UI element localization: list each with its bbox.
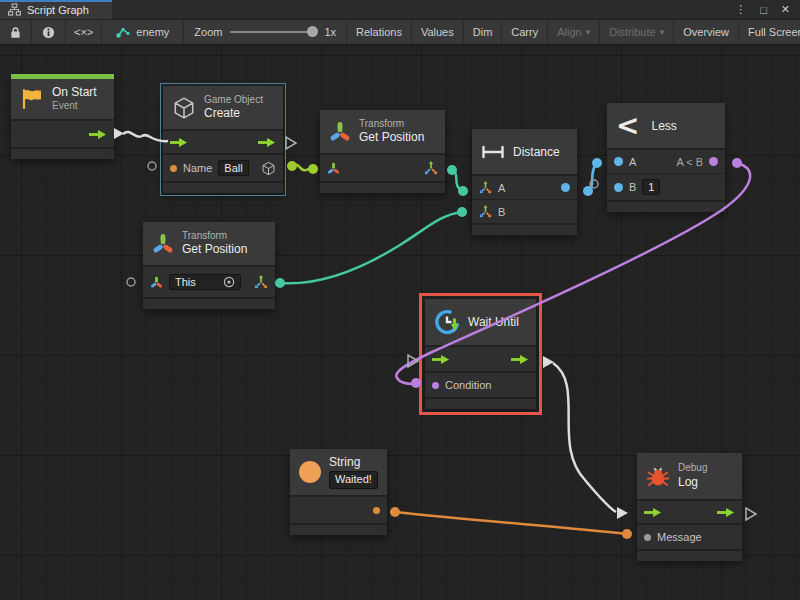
tab-title: Script Graph xyxy=(27,4,89,16)
node-on-start[interactable]: On Start Event xyxy=(11,74,114,159)
string-field[interactable]: Waited! xyxy=(329,471,378,489)
flag-icon xyxy=(20,87,44,111)
node-footer xyxy=(143,299,275,309)
flow-in-port[interactable] xyxy=(170,137,188,148)
node-title: On Start xyxy=(52,85,97,100)
node-category: Debug xyxy=(678,462,707,475)
flow-in-port[interactable] xyxy=(644,507,662,518)
node-create[interactable]: Game Object Create Name Ball xyxy=(163,86,283,193)
vector3-b-port[interactable] xyxy=(479,205,492,218)
vector3-out-port[interactable] xyxy=(254,275,268,289)
window-controls: ⋮ □ ✕ xyxy=(735,0,800,19)
vector3-out-port[interactable] xyxy=(424,161,438,175)
condition-port[interactable] xyxy=(432,382,439,389)
node-string[interactable]: String Waited! xyxy=(290,449,387,535)
b-port[interactable] xyxy=(614,183,623,192)
zoom-control: Zoom 1x xyxy=(184,20,347,44)
name-port[interactable] xyxy=(170,165,177,172)
values-label: Values xyxy=(421,26,454,38)
flow-out-port[interactable] xyxy=(258,137,276,148)
node-subtitle: Event xyxy=(52,100,97,113)
zoom-slider-handle[interactable] xyxy=(307,26,318,37)
maximize-icon[interactable]: □ xyxy=(760,4,767,16)
unconnected-port-indicator-getposition-this[interactable] xyxy=(127,278,135,286)
flow-wire-onstart-create[interactable] xyxy=(123,132,168,141)
dim-button[interactable]: Dim xyxy=(464,20,503,44)
object-picker-icon[interactable] xyxy=(223,276,235,288)
node-distance[interactable]: Distance A B xyxy=(472,129,577,235)
relations-label: Relations xyxy=(356,26,402,38)
transform-in-port[interactable] xyxy=(327,162,340,175)
node-wait-until[interactable]: Wait Until Condition xyxy=(425,299,536,409)
unconnected-port-indicator-less-b[interactable] xyxy=(590,180,598,188)
close-icon[interactable]: ✕ xyxy=(781,3,790,16)
input-b-row: B 1 xyxy=(607,174,725,200)
edit-code-button[interactable]: <×> xyxy=(66,20,102,44)
zoom-value: 1x xyxy=(324,26,336,38)
target-field[interactable]: This xyxy=(169,274,241,290)
string-icon xyxy=(299,461,321,483)
flow-out-port[interactable] xyxy=(89,129,107,140)
relations-button[interactable]: Relations xyxy=(347,20,412,44)
graph-canvas[interactable]: On Start Event Game Object Create xyxy=(0,45,800,600)
flow-out-port[interactable] xyxy=(511,354,529,365)
gameobject-wire-endpoint xyxy=(287,161,297,171)
unconnected-flow-indicator-waituntil[interactable] xyxy=(408,355,418,367)
a-port[interactable] xyxy=(614,157,623,166)
graph-reference[interactable]: enemy xyxy=(102,20,184,44)
b-field[interactable]: 1 xyxy=(642,179,660,195)
unconnected-flow-indicator-debuglog[interactable] xyxy=(746,508,756,520)
node-header: String Waited! xyxy=(290,449,387,495)
values-button[interactable]: Values xyxy=(412,20,464,44)
node-footer xyxy=(425,399,536,409)
node-footer xyxy=(607,202,725,212)
float-wire-distance-less[interactable] xyxy=(588,163,597,191)
node-get-position-bottom[interactable]: Transform Get Position This xyxy=(143,222,275,309)
float-wire-endpoint xyxy=(592,158,602,168)
node-footer xyxy=(163,183,283,193)
flow-wire-waituntil-debuglog[interactable] xyxy=(553,363,616,512)
node-less[interactable]: < Less A A < B B 1 xyxy=(607,103,725,212)
zoom-slider[interactable] xyxy=(230,31,316,33)
string-out-port[interactable] xyxy=(373,507,380,514)
flow-wire-start-arrow xyxy=(114,128,124,139)
info-button[interactable] xyxy=(32,20,66,44)
bool-out-port[interactable] xyxy=(709,157,718,166)
node-header: Debug Log xyxy=(637,453,742,499)
flow-in-port[interactable] xyxy=(432,354,450,365)
vector3-a-port[interactable] xyxy=(479,181,492,194)
float-out-port[interactable] xyxy=(561,183,570,192)
align-button[interactable]: Align ▾ xyxy=(548,20,600,44)
node-header: On Start Event xyxy=(11,79,114,119)
wait-clock-icon xyxy=(434,309,460,335)
flow-out-port[interactable] xyxy=(717,507,735,518)
transform-in-port[interactable] xyxy=(150,276,163,289)
window-menu-icon[interactable]: ⋮ xyxy=(735,3,746,16)
lock-button[interactable] xyxy=(0,20,32,44)
node-title: Wait Until xyxy=(468,315,519,329)
node-get-position-top[interactable]: Transform Get Position xyxy=(320,110,445,193)
message-port[interactable] xyxy=(644,534,651,541)
vector3-wire-getposition-distance-a[interactable] xyxy=(452,170,463,191)
zoom-label: Zoom xyxy=(194,26,222,38)
flow-row xyxy=(425,347,536,371)
gameobject-wire-create-getposition[interactable] xyxy=(292,164,313,170)
unconnected-flow-indicator-create[interactable] xyxy=(286,137,296,149)
message-row: Message xyxy=(637,525,742,549)
overview-button[interactable]: Overview xyxy=(674,20,739,44)
cube-icon xyxy=(172,96,196,120)
carry-button[interactable]: Carry xyxy=(502,20,548,44)
name-field[interactable]: Ball xyxy=(218,160,248,176)
unconnected-port-indicator-create-name[interactable] xyxy=(148,162,156,170)
tab-accent-line xyxy=(0,0,112,2)
tab-script-graph[interactable]: Script Graph xyxy=(0,0,112,19)
vector3-wire-getposition-distance-b[interactable] xyxy=(280,212,462,283)
input-a-row: A xyxy=(472,176,577,199)
string-wire-string-debuglog[interactable] xyxy=(395,512,627,534)
vector3-wire-endpoint xyxy=(458,186,468,196)
game-object-out-port[interactable] xyxy=(261,161,276,176)
distribute-button[interactable]: Distribute ▾ xyxy=(600,20,674,44)
fullscreen-label: Full Screen xyxy=(748,26,800,38)
node-debug-log[interactable]: Debug Log Message xyxy=(637,453,742,561)
fullscreen-button[interactable]: Full Screen xyxy=(739,20,800,44)
